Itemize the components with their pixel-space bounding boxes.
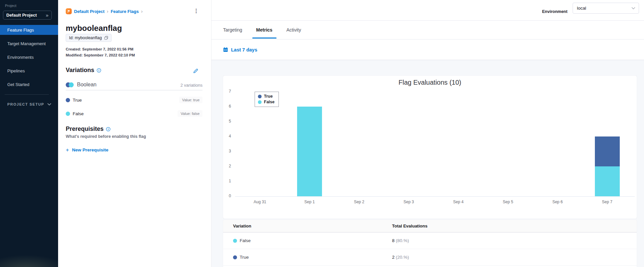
- evaluations-chart: Flag Evaluations (10) 01234567Aug 31Sep …: [223, 76, 637, 219]
- table-cell-total: 8 (80.%): [392, 238, 409, 243]
- variations-heading-label: Variations: [66, 67, 94, 74]
- y-axis-tick-label: 7: [223, 89, 231, 94]
- feature-flags-logo-icon: [66, 8, 72, 14]
- table-cell-total: 2 (20.%): [392, 255, 409, 260]
- double-chevron-right-icon: »: [46, 13, 48, 18]
- project-label: Project: [5, 4, 16, 8]
- table-cell-variation: True: [240, 255, 249, 260]
- flag-detail-panel: Default Project › Feature Flags › ⋮ mybo…: [58, 0, 211, 267]
- modified-date: Modified: September 7, 2022 02:10 PM: [66, 53, 135, 57]
- x-axis-line: [235, 196, 635, 197]
- sidebar-item-target-management[interactable]: Target Management: [0, 39, 58, 48]
- sidebar-item-environments[interactable]: Environments: [0, 52, 58, 62]
- legend-entry-true: True: [258, 94, 275, 99]
- variation-value-chip: Value: false: [178, 110, 202, 117]
- x-axis-tick-label: Sep 1: [291, 200, 328, 204]
- table-row-true: True2 (20.%): [223, 249, 637, 266]
- sidebar-section-project-setup[interactable]: PROJECT SETUP: [7, 102, 51, 106]
- table-row-false: False8 (80.%): [223, 232, 637, 249]
- y-axis-tick-label: 1: [223, 179, 231, 183]
- variation-name: False: [73, 111, 84, 116]
- x-axis-tick-label: Sep 5: [490, 200, 526, 204]
- evaluations-table: Variation Total Evaluations False8 (80.%…: [223, 220, 637, 267]
- variation-value-chip: Value: true: [179, 97, 202, 103]
- app-window: Project Default Project » Feature FlagsT…: [0, 0, 644, 267]
- kebab-menu-icon[interactable]: ⋮: [193, 7, 200, 15]
- created-date: Created: September 7, 2022 01:56 PM: [66, 47, 133, 51]
- tabs: TargetingMetricsActivity: [211, 21, 644, 40]
- sidebar-nav: Feature FlagsTarget ManagementEnvironmen…: [0, 25, 58, 93]
- table-header-total-evaluations: Total Evaluations: [392, 223, 428, 228]
- environment-select-value: local: [577, 6, 586, 11]
- sidebar-item-pipelines[interactable]: Pipelines: [0, 66, 58, 76]
- tab-metrics[interactable]: Metrics: [256, 21, 273, 39]
- table-header-variation: Variation: [223, 223, 392, 228]
- y-axis-tick-label: 6: [223, 104, 231, 109]
- main-panel: Environment local TargetingMetricsActivi…: [211, 0, 644, 267]
- chevron-down-icon: [631, 7, 635, 10]
- variation-row-false: FalseValue: false: [66, 109, 202, 118]
- sidebar-divider: [5, 94, 49, 95]
- breadcrumb: Default Project › Feature Flags ›: [66, 8, 143, 14]
- prerequisites-heading-label: Prerequisites: [66, 126, 104, 133]
- bar-sep-7-true: [595, 136, 620, 166]
- flag-id-chip: Id: mybooleanflag: [66, 34, 112, 42]
- variation-color-dot: [66, 112, 70, 116]
- legend-label: True: [264, 94, 273, 99]
- environment-bar: Environment local: [211, 0, 644, 21]
- prerequisites-heading: Prerequisites: [66, 126, 111, 133]
- variation-list: TrueValue: trueFalseValue: false: [66, 96, 202, 123]
- calendar-icon: [223, 47, 228, 52]
- y-axis-tick-label: 5: [223, 119, 231, 124]
- breadcrumb-link-feature-flags[interactable]: Feature Flags: [111, 9, 139, 14]
- sidebar: Project Default Project » Feature FlagsT…: [0, 0, 58, 267]
- new-prerequisite-label: New Prerequisite: [72, 147, 109, 152]
- flag-id-text: Id: mybooleanflag: [69, 36, 102, 40]
- variation-count: 2 variations: [181, 83, 202, 88]
- info-icon[interactable]: [97, 68, 101, 73]
- project-setup-label: PROJECT SETUP: [7, 102, 44, 106]
- bar-sep-1-false: [297, 107, 322, 196]
- variations-heading: Variations: [66, 67, 101, 74]
- sidebar-item-get-started[interactable]: Get Started: [0, 79, 58, 89]
- breadcrumb-link-project[interactable]: Default Project: [74, 9, 105, 14]
- edit-variations-pencil-icon[interactable]: [193, 68, 200, 75]
- x-axis-tick-label: Aug 31: [242, 200, 278, 204]
- info-icon[interactable]: [106, 127, 111, 132]
- y-axis-tick-label: 3: [223, 149, 231, 153]
- x-axis-tick-label: Sep 2: [341, 200, 377, 204]
- legend-color-dot: [258, 100, 262, 104]
- variation-color-dot: [66, 98, 70, 102]
- project-selector[interactable]: Default Project »: [3, 11, 52, 20]
- boolean-type-icon: [66, 82, 74, 87]
- y-axis-tick-label: 0: [223, 194, 231, 198]
- tab-targeting[interactable]: Targeting: [222, 21, 243, 39]
- breadcrumb-separator-icon: ›: [107, 9, 109, 14]
- variation-name: True: [73, 98, 82, 103]
- table-header-row: Variation Total Evaluations: [223, 220, 637, 232]
- date-range-filter[interactable]: Last 7 days: [223, 47, 257, 52]
- prerequisites-description: What's required before enabling this fla…: [66, 134, 146, 139]
- project-selector-value: Default Project: [6, 13, 37, 18]
- plus-icon: +: [66, 147, 69, 153]
- legend-label: False: [264, 100, 275, 104]
- sidebar-item-feature-flags[interactable]: Feature Flags: [0, 25, 58, 35]
- table-cell-variation: False: [240, 238, 251, 243]
- environment-select[interactable]: local: [573, 3, 639, 14]
- date-range-label: Last 7 days: [231, 47, 257, 52]
- tab-activity[interactable]: Activity: [286, 21, 302, 39]
- chevron-down-icon: [47, 103, 51, 106]
- x-axis-tick-label: Sep 3: [390, 200, 427, 204]
- y-axis-tick-label: 4: [223, 134, 231, 138]
- new-prerequisite-button[interactable]: + New Prerequisite: [66, 147, 108, 153]
- chart-legend: TrueFalse: [255, 92, 279, 107]
- legend-color-dot: [258, 95, 262, 98]
- variations-divider: [66, 90, 202, 90]
- metrics-content: Flag Evaluations (10) 01234567Aug 31Sep …: [211, 60, 644, 267]
- flag-title: mybooleanflag: [66, 24, 122, 33]
- copy-icon[interactable]: [104, 36, 108, 40]
- breadcrumb-separator-icon: ›: [141, 9, 143, 14]
- x-axis-tick-label: Sep 4: [440, 200, 477, 204]
- x-axis-tick-label: Sep 6: [539, 200, 576, 204]
- date-filter-bar: Last 7 days: [211, 40, 644, 60]
